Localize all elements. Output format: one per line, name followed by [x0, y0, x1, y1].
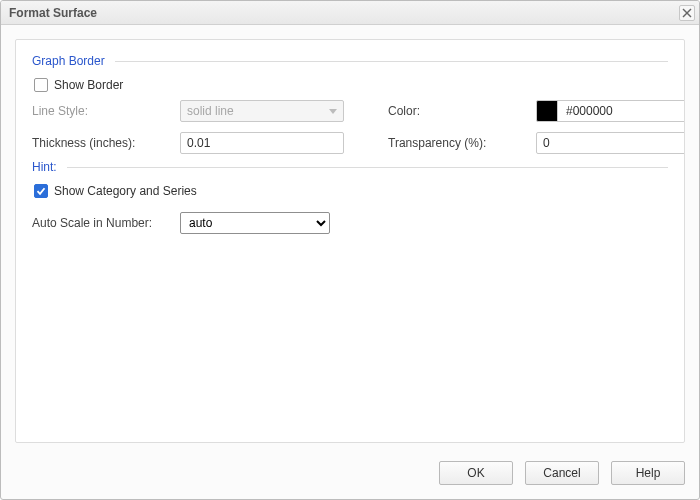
show-border-checkbox[interactable] — [34, 78, 48, 92]
color-swatch[interactable] — [536, 100, 558, 122]
chevron-down-icon — [329, 109, 337, 114]
thickness-field: Thickness (inches): — [32, 132, 352, 154]
section-label-graph-border: Graph Border — [32, 54, 105, 68]
dialog-title: Format Surface — [9, 6, 679, 20]
dialog-body: Graph Border Show Border Line Style: sol… — [1, 25, 699, 451]
auto-scale-field: Auto Scale in Number: auto — [32, 212, 668, 234]
show-category-series-checkbox[interactable] — [34, 184, 48, 198]
section-rule — [115, 61, 668, 62]
line-style-value: solid line — [187, 104, 234, 118]
color-label: Color: — [388, 104, 528, 118]
line-style-field: Line Style: solid line — [32, 100, 352, 122]
dialog-footer: OK Cancel Help — [1, 451, 699, 499]
thickness-input[interactable] — [180, 132, 344, 154]
line-style-label: Line Style: — [32, 104, 172, 118]
section-label-hint: Hint: — [32, 160, 57, 174]
content-panel: Graph Border Show Border Line Style: sol… — [15, 39, 685, 443]
help-button[interactable]: Help — [611, 461, 685, 485]
ok-button[interactable]: OK — [439, 461, 513, 485]
line-style-select: solid line — [180, 100, 344, 122]
dialog-titlebar: Format Surface — [1, 1, 699, 25]
close-icon — [682, 8, 692, 18]
show-border-row: Show Border — [32, 76, 668, 100]
color-value-field[interactable]: #000000 — [558, 100, 685, 122]
color-value: #000000 — [566, 104, 613, 118]
section-header-graph-border: Graph Border — [32, 54, 668, 68]
auto-scale-select[interactable]: auto — [180, 212, 330, 234]
section-rule — [67, 167, 668, 168]
show-category-series-label: Show Category and Series — [54, 184, 197, 198]
thickness-label: Thickness (inches): — [32, 136, 172, 150]
transparency-label: Transparency (%): — [388, 136, 528, 150]
close-button[interactable] — [679, 5, 695, 21]
show-category-series-row: Show Category and Series — [32, 182, 668, 206]
color-field: Color: #000000 fx — [388, 100, 685, 122]
transparency-field: Transparency (%): fx — [388, 132, 685, 154]
auto-scale-label: Auto Scale in Number: — [32, 216, 172, 230]
section-header-hint: Hint: — [32, 160, 668, 174]
transparency-input[interactable] — [536, 132, 685, 154]
format-surface-dialog: Format Surface Graph Border Show Border — [0, 0, 700, 500]
cancel-button[interactable]: Cancel — [525, 461, 599, 485]
show-border-label: Show Border — [54, 78, 123, 92]
graph-border-options: Line Style: solid line Color: #000000 — [32, 100, 668, 154]
color-input-wrap: #000000 — [536, 100, 685, 122]
check-icon — [36, 186, 46, 196]
